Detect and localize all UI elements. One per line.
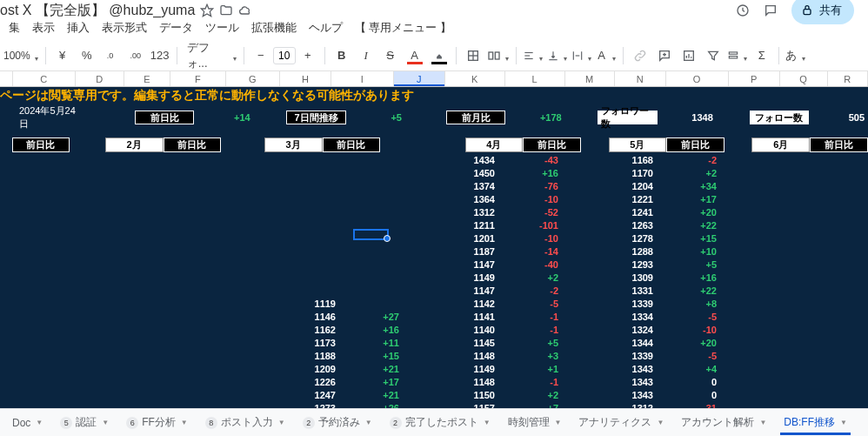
menu-item[interactable]: 集 xyxy=(3,19,25,37)
column-header[interactable]: D xyxy=(76,71,124,86)
stat-value: +14 xyxy=(194,110,253,125)
borders-button[interactable] xyxy=(463,44,484,67)
chevron-down-icon[interactable]: ▼ xyxy=(840,419,847,426)
star-icon[interactable] xyxy=(200,3,214,17)
menu-item[interactable]: 挿入 xyxy=(62,19,95,37)
bold-button[interactable]: B xyxy=(331,44,352,67)
strikethrough-button[interactable]: S xyxy=(380,44,401,67)
increase-font-button[interactable]: + xyxy=(297,44,318,67)
menu-item[interactable]: 拡張機能 xyxy=(246,19,302,37)
data-cell: 1247 xyxy=(278,388,339,401)
doc-title[interactable]: ost X 【完全版】 @hubz_yuma xyxy=(0,2,195,20)
sheet-tab[interactable]: 2予約済み▼ xyxy=(296,412,379,434)
insert-comment-button[interactable] xyxy=(654,44,675,67)
share-button[interactable]: 共有 xyxy=(791,0,854,24)
chevron-down-icon[interactable]: ▼ xyxy=(36,419,43,426)
column-header[interactable]: L xyxy=(505,71,565,86)
month-label: 6月 xyxy=(751,138,810,152)
column-header[interactable]: N xyxy=(615,71,666,86)
h-align-button[interactable] xyxy=(523,44,544,67)
fill-color-button[interactable] xyxy=(429,44,450,67)
menu-item[interactable]: 表示形式 xyxy=(97,19,152,37)
data-cell: +21 xyxy=(342,362,403,375)
column-header[interactable]: F xyxy=(170,71,226,86)
merge-cells-button[interactable] xyxy=(487,44,510,67)
table-row: 1209+211149+11343+4 xyxy=(0,362,868,375)
column-headers[interactable]: CDEFGHIJKLMNOPQR xyxy=(0,71,868,87)
tab-label: 認証 xyxy=(76,415,97,430)
column-header[interactable]: R xyxy=(828,71,868,86)
data-cell: +11 xyxy=(342,336,403,349)
text-color-button[interactable]: A xyxy=(404,44,425,67)
zoom-select[interactable]: 100% xyxy=(3,44,39,67)
chevron-down-icon[interactable]: ▼ xyxy=(759,419,766,426)
column-header[interactable]: O xyxy=(666,71,729,86)
data-cell: 1226 xyxy=(278,375,339,388)
font-size-input[interactable] xyxy=(273,47,296,64)
menu-item[interactable]: ヘルプ xyxy=(304,19,348,37)
column-header[interactable]: G xyxy=(226,71,280,86)
data-cell: +4 xyxy=(659,362,720,375)
sheet-tab[interactable]: アナリティクス▼ xyxy=(571,412,671,434)
sheet-tab[interactable]: 時刻管理▼ xyxy=(501,412,569,434)
sheet-tab[interactable]: 2完了したポスト▼ xyxy=(383,412,497,434)
column-header[interactable]: K xyxy=(445,71,505,86)
data-cell: +2 xyxy=(501,388,562,401)
table-row: 1312-521241+20 xyxy=(0,205,868,218)
column-header[interactable]: M xyxy=(565,71,615,86)
comment-icon[interactable] xyxy=(764,3,778,17)
chevron-down-icon[interactable]: ▼ xyxy=(181,419,188,426)
column-header[interactable]: H xyxy=(280,71,331,86)
column-header[interactable] xyxy=(0,71,13,86)
sheet-tab[interactable]: 8ポスト入力▼ xyxy=(198,412,292,434)
increase-decimal-button[interactable]: .00 xyxy=(125,44,146,67)
column-header[interactable]: C xyxy=(13,71,76,86)
italic-button[interactable]: I xyxy=(356,44,377,67)
chevron-down-icon[interactable]: ▼ xyxy=(102,419,109,426)
svg-rect-2 xyxy=(804,10,811,15)
chevron-down-icon[interactable]: ▼ xyxy=(278,419,285,426)
month-header-row: 前日比2月前日比3月前日比4月前日比5月前日比6月前日比 xyxy=(0,136,868,153)
move-folder-icon[interactable] xyxy=(219,3,233,17)
sheet-tab-bar: Doc▼5認証▼6FF分析▼8ポスト入力▼2予約済み▼2完了したポスト▼時刻管理… xyxy=(0,408,868,436)
menu-item[interactable]: データ xyxy=(154,19,198,37)
v-align-button[interactable] xyxy=(547,44,568,67)
column-header[interactable]: E xyxy=(124,71,170,86)
chevron-down-icon[interactable]: ▼ xyxy=(365,419,372,426)
decrease-font-button[interactable]: − xyxy=(250,44,271,67)
sheet-tab[interactable]: 6FF分析▼ xyxy=(119,412,195,434)
currency-format-button[interactable]: ¥ xyxy=(52,44,73,67)
link-button[interactable] xyxy=(630,44,651,67)
decrease-decimal-button[interactable]: .0 xyxy=(101,44,122,67)
data-cell: 1211 xyxy=(437,218,498,231)
column-header[interactable]: Q xyxy=(780,71,828,86)
cloud-status-icon[interactable] xyxy=(238,3,252,17)
wrap-text-button[interactable] xyxy=(571,44,592,67)
tab-label: 時刻管理 xyxy=(508,415,550,430)
menu-item[interactable]: 表示 xyxy=(27,19,60,37)
filter-views-button[interactable] xyxy=(727,44,748,67)
column-header[interactable]: I xyxy=(331,71,394,86)
percent-format-button[interactable]: % xyxy=(77,44,97,67)
sheet-tab[interactable]: アカウント解析▼ xyxy=(674,412,773,434)
sheet-tab[interactable]: 5認証▼ xyxy=(53,412,116,434)
insert-chart-button[interactable] xyxy=(678,44,699,67)
menu-item[interactable]: ツール xyxy=(200,19,244,37)
menu-item[interactable]: 【 専用メニュー 】 xyxy=(350,19,457,37)
font-select[interactable]: デフォ... xyxy=(184,44,237,67)
sheet-tab[interactable]: DB:FF推移▼ xyxy=(777,412,854,434)
column-header[interactable]: J xyxy=(394,71,445,86)
filter-button[interactable] xyxy=(703,44,724,67)
input-tools-button[interactable]: あ xyxy=(785,44,806,67)
functions-button[interactable]: Σ xyxy=(751,44,772,67)
rotate-text-button[interactable]: A xyxy=(596,44,617,67)
chevron-down-icon[interactable]: ▼ xyxy=(657,419,664,426)
number-format-button[interactable]: 123 xyxy=(150,44,170,67)
chevron-down-icon[interactable]: ▼ xyxy=(555,419,562,426)
sheet-tab[interactable]: Doc▼ xyxy=(5,412,50,434)
chevron-down-icon[interactable]: ▼ xyxy=(484,419,491,426)
grid-area[interactable]: ページは閲覧専用です。編集すると正常に動作しなくなる可能性があります 2024年… xyxy=(0,87,868,426)
history-icon[interactable] xyxy=(736,3,750,17)
table-row: 11191142-51339+8 xyxy=(0,297,868,310)
column-header[interactable]: P xyxy=(729,71,780,86)
